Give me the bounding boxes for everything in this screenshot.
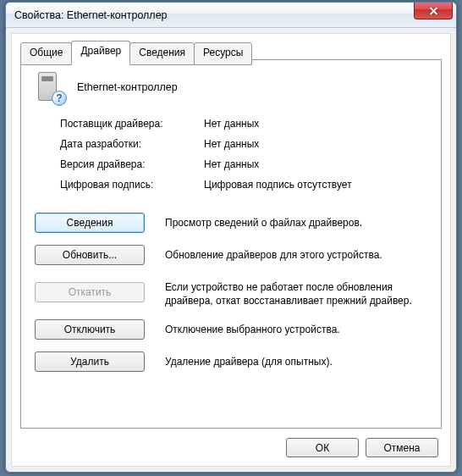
prop-value: Нет данных	[204, 158, 259, 170]
tab-general[interactable]: Общие	[20, 42, 72, 65]
action-row-update: Обновить... Обновление драйверов для это…	[35, 245, 427, 265]
device-unknown-icon: ?	[35, 70, 65, 104]
tab-driver[interactable]: Драйвер	[71, 41, 130, 64]
disable-device-button[interactable]: Отключить	[35, 319, 145, 340]
dialog-buttons: ОК Отмена	[286, 438, 438, 457]
prop-label: Цифровая подпись:	[60, 179, 204, 191]
prop-value: Нет данных	[204, 138, 259, 150]
prop-row-provider: Поставщик драйвера: Нет данных	[60, 118, 427, 130]
tab-strip: Общие Драйвер Сведения Ресурсы	[20, 41, 251, 64]
prop-row-signature: Цифровая подпись: Цифровая подпись отсут…	[60, 179, 427, 191]
driver-actions: Сведения Просмотр сведений о файлах драй…	[21, 204, 441, 372]
cancel-button[interactable]: Отмена	[366, 438, 438, 457]
action-desc: Обновление драйверов для этого устройств…	[165, 245, 427, 262]
action-row-delete: Удалить Удаление драйвера (для опытных).	[35, 351, 427, 372]
action-desc: Отключение выбранного устройства.	[165, 319, 427, 336]
action-row-rollback: Откатить Если устройство не работает пос…	[35, 277, 427, 307]
prop-label: Версия драйвера:	[60, 158, 204, 170]
action-row-disable: Отключить Отключение выбранного устройст…	[35, 319, 427, 340]
prop-value: Цифровая подпись отсутствует	[204, 179, 352, 191]
action-desc: Удаление драйвера (для опытных).	[165, 351, 427, 368]
uninstall-driver-button[interactable]: Удалить	[35, 351, 145, 372]
prop-row-date: Дата разработки: Нет данных	[60, 138, 427, 150]
prop-row-version: Версия драйвера: Нет данных	[60, 158, 427, 170]
action-desc: Если устройство не работает после обновл…	[165, 277, 427, 307]
driver-properties: Поставщик драйвера: Нет данных Дата разр…	[21, 109, 441, 204]
close-button[interactable]	[414, 3, 453, 19]
client-area: Общие Драйвер Сведения Ресурсы ? Etherne…	[11, 33, 451, 467]
device-header: ? Ethernet-контроллер	[21, 60, 441, 109]
titlebar[interactable]: Свойства: Ethernet-контроллер	[6, 3, 456, 28]
close-icon	[429, 7, 438, 15]
action-desc: Просмотр сведений о файлах драйверов.	[165, 213, 427, 230]
properties-window: Свойства: Ethernet-контроллер Общие Драй…	[5, 2, 457, 473]
prop-label: Дата разработки:	[60, 138, 204, 150]
prop-value: Нет данных	[204, 118, 259, 130]
rollback-driver-button: Откатить	[35, 282, 145, 302]
prop-label: Поставщик драйвера:	[60, 118, 204, 130]
action-row-details: Сведения Просмотр сведений о файлах драй…	[35, 213, 427, 233]
tab-panel-driver: ? Ethernet-контроллер Поставщик драйвера…	[20, 59, 442, 429]
update-driver-button[interactable]: Обновить...	[35, 245, 145, 265]
device-name: Ethernet-контроллер	[77, 81, 178, 93]
window-title: Свойства: Ethernet-контроллер	[14, 9, 168, 21]
driver-details-button[interactable]: Сведения	[35, 213, 145, 233]
tab-details[interactable]: Сведения	[129, 42, 195, 65]
tab-resources[interactable]: Ресурсы	[194, 42, 252, 65]
ok-button[interactable]: ОК	[286, 438, 359, 457]
